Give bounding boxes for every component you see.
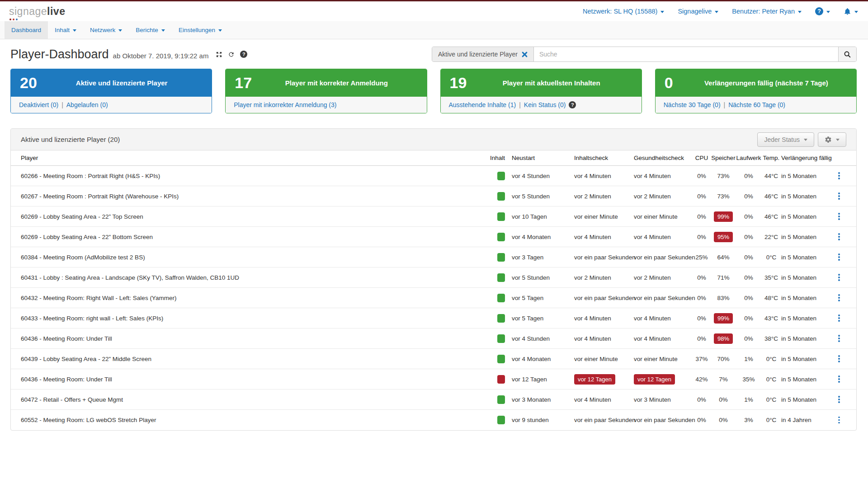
table-row[interactable]: 60552 - Meeting Room: LG webOS Stretch P… [11, 410, 856, 430]
cell-gesundheitscheck: vor 4 Minuten [634, 173, 693, 179]
row-menu-icon[interactable] [836, 231, 842, 242]
summary-card-link[interactable]: Ausstehende Inhalte (1) [449, 101, 516, 108]
table-row[interactable]: 60269 - Lobby Seating Area - 22” Bottom … [11, 227, 856, 247]
row-menu-icon[interactable] [836, 374, 842, 385]
cell-inhaltscheck: vor 4 Minuten [574, 234, 634, 240]
search-input[interactable] [534, 47, 838, 61]
cell-gesundheitscheck: vor 2 Minuten [634, 193, 693, 200]
cell-inhalt [490, 172, 512, 180]
summary-card-link[interactable]: Deaktiviert (0) [19, 101, 58, 108]
account-menu[interactable]: Signagelive [678, 8, 718, 15]
cell-neustart: vor 4 Stunden [512, 173, 574, 179]
cell-temp: 0°C [761, 417, 781, 423]
status-filter-dropdown[interactable]: Jeder Status [757, 132, 814, 147]
tab-dashboard[interactable]: Dashboard [5, 21, 48, 39]
cell-cpu: 0% [693, 417, 711, 423]
tab-einstellungen[interactable]: Einstellungen [172, 21, 229, 39]
tab-berichte[interactable]: Berichte [129, 21, 172, 39]
table-row[interactable]: 60432 - Meeting Room: Right Wall - Left:… [11, 288, 856, 308]
page-help-icon[interactable]: ? [240, 51, 247, 58]
notifications-menu[interactable] [844, 8, 858, 15]
summary-card-header[interactable]: 0Verlängerungen fällig (nächste 7 Tage) [656, 69, 856, 96]
network-menu[interactable]: Netzwerk: SL HQ (15588) [583, 8, 664, 15]
table-body: 60266 - Meeting Room : Portrait Right (H… [11, 166, 856, 430]
column-header-speicher: Speicher [711, 155, 736, 161]
row-menu-icon[interactable] [836, 353, 842, 364]
row-menu-icon[interactable] [836, 211, 842, 222]
table-row[interactable]: 60266 - Meeting Room : Portrait Right (H… [11, 166, 856, 186]
refresh-icon[interactable] [228, 51, 235, 58]
cell-inhaltscheck: vor einer Minute [574, 213, 634, 220]
cell-inhalt [490, 294, 512, 302]
summary-card-link[interactable]: Nächste 60 Tage (0) [728, 101, 785, 108]
table-row[interactable]: 60433 - Meeting Room: right wall - Left:… [11, 308, 856, 328]
summary-card-link[interactable]: Player mit inkorrekter Anmeldung (3) [234, 101, 336, 108]
filter-chip-label: Aktive und lizenzierte Player [438, 51, 518, 58]
player-search-group: Aktive und lizenzierte Player [432, 47, 857, 62]
row-menu-icon[interactable] [836, 272, 842, 283]
row-menu-icon[interactable] [836, 252, 842, 263]
summary-card-footer: Player mit inkorrekter Anmeldung (3) [226, 96, 426, 113]
panel-header: Aktive und lizenzierte Player (20) Jeder… [11, 129, 856, 150]
cell-verlaengerung: in 5 Monaten [781, 173, 832, 179]
row-menu-icon[interactable] [836, 415, 842, 426]
cell-laufwerk: 0% [736, 295, 761, 301]
row-menu-icon[interactable] [836, 170, 842, 181]
row-menu-icon[interactable] [836, 191, 842, 202]
alert-badge: 99% [714, 211, 733, 222]
table-row[interactable]: 60436 - Meeting Room: Under Tillvor 12 T… [11, 369, 856, 389]
column-header-inhalt: Inhalt [490, 155, 512, 161]
cell-laufwerk: 0% [736, 234, 761, 240]
row-menu-icon[interactable] [836, 333, 842, 344]
table-row[interactable]: 60269 - Lobby Seating Area - 22” Top Scr… [11, 206, 856, 227]
signagelive-logo[interactable]: signagelive [9, 6, 65, 17]
alert-badge: 98% [714, 333, 733, 344]
row-menu-icon[interactable] [836, 313, 842, 324]
tab-netzwerk[interactable]: Netzwerk [83, 21, 129, 39]
table-row[interactable]: 60267 - Meeting Room : Portrait Right (W… [11, 186, 856, 206]
cell-verlaengerung: in 5 Monaten [781, 213, 832, 220]
remove-filter-icon[interactable] [522, 52, 528, 57]
summary-cards: 20Aktive und lizenzierte PlayerDeaktivie… [10, 69, 857, 113]
table-row[interactable]: 60436 - Meeting Room: Under Tillvor 4 St… [11, 328, 856, 349]
column-header-inhaltscheck: Inhaltscheck [574, 155, 634, 161]
tab-label: Inhalt [55, 27, 70, 33]
cell-speicher: 70% [711, 356, 736, 362]
cell-gesundheitscheck: vor 2 Minuten [634, 274, 693, 281]
row-menu-icon[interactable] [836, 394, 842, 405]
summary-card-link[interactable]: Abgelaufen (0) [66, 101, 108, 108]
info-icon[interactable]: ? [569, 101, 576, 108]
summary-card-link[interactable]: Nächste 30 Tage (0) [664, 101, 721, 108]
content-status-indicator-green [497, 192, 505, 201]
cell-cpu: 0% [693, 173, 711, 179]
summary-card-header[interactable]: 20Aktive und lizenzierte Player [11, 69, 212, 96]
cell-inhaltscheck: vor 4 Minuten [574, 315, 634, 322]
user-menu[interactable]: Benutzer: Peter Ryan [732, 8, 802, 15]
active-filter-chip[interactable]: Aktive und lizenzierte Player [432, 47, 534, 61]
content-status-indicator-green [497, 416, 505, 424]
table-row[interactable]: 60384 - Meeting Room (AdMobilize test 2 … [11, 247, 856, 267]
app-header: signagelive Netzwerk: SL HQ (15588)Signa… [0, 1, 868, 21]
table-row[interactable]: 60431 - Lobby : Seating Area - Landscape… [11, 267, 856, 288]
table-row[interactable]: 60439 - Lobby Seating Area - 22” Middle … [11, 349, 856, 369]
summary-card-header[interactable]: 17Player mit korrekter Anmeldung [226, 69, 426, 96]
page-content: Player-Dashboard ab Oktober 7. 2019, 9:1… [0, 47, 868, 431]
summary-card-link[interactable]: Kein Status (0) [524, 101, 566, 108]
fullscreen-icon[interactable] [216, 51, 222, 58]
cell-neustart: vor 5 Tagen [512, 315, 574, 322]
cell-inhalt [490, 253, 512, 262]
cell-inhalt [490, 375, 512, 384]
cell-verlaengerung: in 5 Monaten [781, 234, 832, 240]
cell-inhaltscheck: vor 12 Tagen [574, 374, 634, 385]
table-row[interactable]: 60472 - Retail - Offers + Queue Mgmtvor … [11, 389, 856, 410]
tab-inhalt[interactable]: Inhalt [48, 21, 83, 39]
cell-inhalt [490, 233, 512, 241]
settings-dropdown-button[interactable] [818, 132, 846, 147]
row-menu-icon[interactable] [836, 292, 842, 303]
summary-card-header[interactable]: 19Player mit aktuellsten Inhalten [441, 69, 642, 96]
cell-cpu: 0% [693, 193, 711, 200]
search-button[interactable] [838, 47, 856, 61]
cell-temp: 46°C [761, 213, 781, 220]
cell-cpu: 0% [693, 335, 711, 342]
help-menu[interactable]: ? [815, 7, 830, 15]
